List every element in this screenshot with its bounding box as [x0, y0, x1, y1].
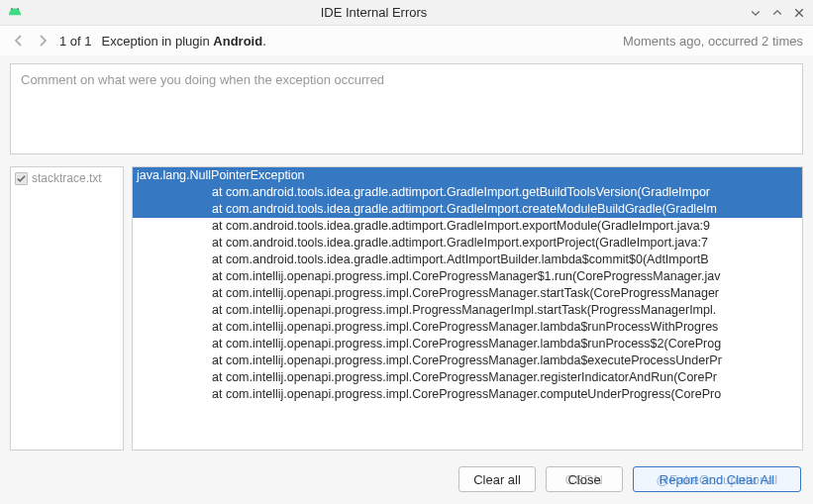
stacktrace-line[interactable]: at com.android.tools.idea.gradle.adtimpo… — [133, 252, 802, 268]
stacktrace-line[interactable]: at com.android.tools.idea.gradle.adtimpo… — [133, 218, 802, 235]
close-button-label: Close — [567, 472, 600, 487]
stacktrace-line[interactable]: at com.android.tools.idea.gradle.adtimpo… — [133, 184, 802, 201]
clear-all-button[interactable]: Clear all — [458, 466, 536, 492]
attachment-item[interactable]: stacktrace.txt — [15, 170, 119, 186]
stacktrace-line[interactable]: at com.android.tools.idea.gradle.adtimpo… — [133, 201, 802, 218]
attachment-checkbox[interactable] — [15, 172, 28, 185]
primary-button-label: Report and Clear All — [660, 472, 774, 487]
maximize-icon[interactable] — [769, 5, 785, 21]
stacktrace-line[interactable]: at com.intellij.openapi.progress.impl.Co… — [133, 386, 802, 403]
report-and-clear-button[interactable]: Report and Clear All @FakeOccupational — [633, 466, 801, 492]
occurrence-meta: Moments ago, occurred 2 times — [623, 34, 803, 49]
dialog-footer: Clear all Close CSDN Report and Clear Al… — [0, 456, 813, 504]
next-error-button[interactable] — [34, 32, 51, 50]
close-icon[interactable] — [791, 5, 807, 21]
attachment-label: stacktrace.txt — [32, 171, 102, 185]
stacktrace-line[interactable]: at com.intellij.openapi.progress.impl.Co… — [133, 336, 802, 353]
error-counter: 1 of 1 — [59, 34, 92, 49]
title-bar: IDE Internal Errors — [0, 0, 813, 26]
stacktrace-line[interactable]: at com.intellij.openapi.progress.impl.Co… — [133, 285, 802, 302]
exception-title: Exception in plugin Android. — [102, 34, 266, 49]
attachments-panel: stacktrace.txt — [10, 166, 124, 451]
exception-prefix: Exception in plugin — [102, 34, 210, 49]
error-nav-bar: 1 of 1 Exception in plugin Android. Mome… — [0, 26, 813, 55]
window-title: IDE Internal Errors — [6, 5, 742, 20]
stacktrace-line[interactable]: at com.intellij.openapi.progress.impl.Co… — [133, 369, 802, 386]
exception-plugin-name: Android — [213, 34, 262, 49]
stacktrace-line[interactable]: at com.intellij.openapi.progress.impl.Co… — [133, 268, 802, 285]
stacktrace-line[interactable]: at com.intellij.openapi.progress.impl.Co… — [133, 353, 802, 369]
close-button[interactable]: Close CSDN — [546, 466, 623, 492]
stacktrace-line[interactable]: at com.intellij.openapi.progress.impl.Co… — [133, 319, 802, 336]
stacktrace-line[interactable]: at com.android.tools.idea.gradle.adtimpo… — [133, 235, 802, 252]
prev-error-button[interactable] — [10, 32, 28, 50]
stacktrace-line[interactable]: java.lang.NullPointerException — [133, 167, 802, 184]
stacktrace-line[interactable]: at com.intellij.openapi.progress.impl.Pr… — [133, 302, 802, 319]
comment-textarea[interactable]: Comment on what were you doing when the … — [10, 63, 803, 154]
minimize-icon[interactable] — [748, 5, 763, 21]
stacktrace-panel[interactable]: java.lang.NullPointerExceptionat com.and… — [132, 166, 803, 451]
